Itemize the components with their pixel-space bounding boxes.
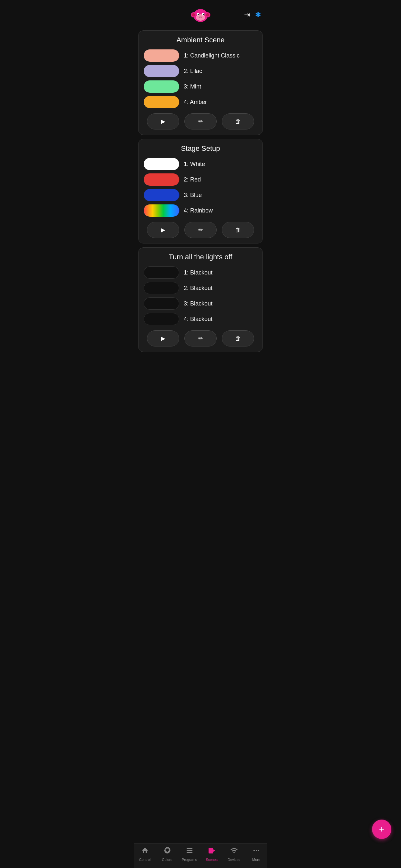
trash-icon: 🗑 — [235, 227, 241, 234]
color-item: 3: Mint — [144, 81, 257, 93]
color-item: 3: Blue — [144, 189, 257, 201]
edit-button-stage-setup[interactable]: ✏ — [184, 222, 217, 238]
scene-card-lights-off: Turn all the lights off1: Blackout2: Bla… — [138, 247, 263, 352]
svg-point-3 — [192, 13, 195, 17]
color-swatch — [144, 205, 179, 217]
color-item: 2: Blackout — [144, 282, 257, 294]
delete-button-ambient-scene[interactable]: 🗑 — [222, 113, 254, 129]
scene-title-lights-off: Turn all the lights off — [144, 253, 257, 261]
color-swatch — [144, 174, 179, 186]
scene-title-ambient-scene: Ambient Scene — [144, 36, 257, 44]
color-label: 1: White — [184, 161, 205, 167]
color-list-lights-off: 1: Blackout2: Blackout3: Blackout4: Blac… — [144, 267, 257, 325]
color-swatch — [144, 96, 179, 108]
action-buttons: ▶✏🗑 — [144, 113, 257, 129]
scene-card-stage-setup: Stage Setup1: White2: Red3: Blue4: Rainb… — [138, 139, 263, 244]
color-item: 4: Rainbow — [144, 205, 257, 217]
color-label: 1: Blackout — [184, 269, 212, 276]
delete-button-stage-setup[interactable]: 🗑 — [222, 222, 254, 238]
color-label: 3: Blackout — [184, 300, 212, 307]
color-swatch — [144, 282, 179, 294]
edit-button-ambient-scene[interactable]: ✏ — [184, 113, 217, 129]
color-item: 1: White — [144, 158, 257, 170]
header: ⇥ ✱ — [134, 0, 267, 28]
color-label: 2: Blackout — [184, 285, 212, 291]
delete-button-lights-off[interactable]: 🗑 — [222, 330, 254, 346]
color-label: 4: Amber — [184, 99, 207, 105]
login-icon[interactable]: ⇥ — [244, 11, 250, 19]
main-content: Ambient Scene1: Candlelight Classic2: Li… — [134, 28, 267, 384]
header-icons: ⇥ ✱ — [244, 11, 261, 19]
svg-point-12 — [201, 17, 202, 18]
play-icon: ▶ — [161, 226, 165, 234]
color-list-stage-setup: 1: White2: Red3: Blue4: Rainbow — [144, 158, 257, 217]
scene-title-stage-setup: Stage Setup — [144, 144, 257, 153]
color-label: 4: Blackout — [184, 316, 212, 322]
edit-button-lights-off[interactable]: ✏ — [184, 330, 217, 346]
color-label: 1: Candlelight Classic — [184, 52, 240, 59]
edit-icon: ✏ — [198, 335, 203, 342]
app-logo — [191, 5, 210, 25]
color-item: 2: Red — [144, 174, 257, 186]
svg-point-9 — [203, 14, 204, 15]
color-swatch — [144, 81, 179, 93]
color-label: 3: Blue — [184, 192, 202, 198]
scene-card-ambient-scene: Ambient Scene1: Candlelight Classic2: Li… — [138, 30, 263, 135]
svg-point-11 — [199, 17, 200, 18]
color-item: 4: Amber — [144, 96, 257, 108]
color-item: 1: Candlelight Classic — [144, 50, 257, 62]
color-item: 2: Lilac — [144, 65, 257, 77]
color-swatch — [144, 50, 179, 62]
color-label: 4: Rainbow — [184, 207, 213, 214]
color-swatch — [144, 298, 179, 310]
action-buttons: ▶✏🗑 — [144, 222, 257, 238]
play-button-stage-setup[interactable]: ▶ — [147, 222, 179, 238]
color-label: 2: Red — [184, 176, 201, 183]
trash-icon: 🗑 — [235, 118, 241, 125]
color-swatch — [144, 267, 179, 279]
bluetooth-icon[interactable]: ✱ — [255, 11, 261, 19]
edit-icon: ✏ — [198, 118, 203, 125]
color-list-ambient-scene: 1: Candlelight Classic2: Lilac3: Mint4: … — [144, 50, 257, 108]
color-item: 1: Blackout — [144, 267, 257, 279]
trash-icon: 🗑 — [235, 335, 241, 342]
play-icon: ▶ — [161, 335, 165, 342]
color-swatch — [144, 65, 179, 77]
color-label: 2: Lilac — [184, 68, 202, 74]
color-item: 4: Blackout — [144, 313, 257, 325]
play-icon: ▶ — [161, 118, 165, 125]
svg-point-8 — [197, 14, 199, 15]
color-swatch — [144, 313, 179, 325]
edit-icon: ✏ — [198, 226, 203, 234]
color-swatch — [144, 158, 179, 170]
color-label: 3: Mint — [184, 83, 201, 90]
play-button-ambient-scene[interactable]: ▶ — [147, 113, 179, 129]
color-item: 3: Blackout — [144, 298, 257, 310]
color-swatch — [144, 189, 179, 201]
play-button-lights-off[interactable]: ▶ — [147, 330, 179, 346]
svg-point-4 — [206, 13, 209, 17]
action-buttons: ▶✏🗑 — [144, 330, 257, 346]
